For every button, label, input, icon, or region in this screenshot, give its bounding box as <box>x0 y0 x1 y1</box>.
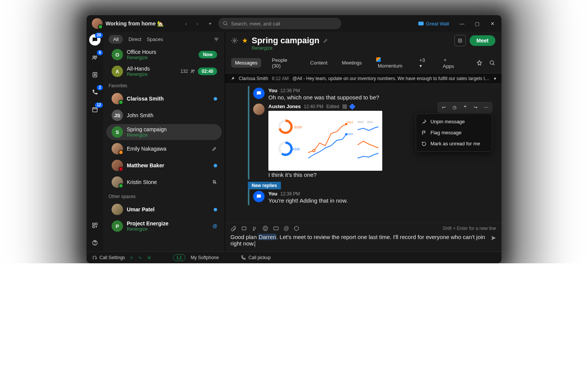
list-item-umar[interactable]: Umar Patel <box>106 201 222 217</box>
message-hover-actions: ↩ ◷ ❝ ↪ ⋯ <box>438 102 492 113</box>
profile-avatar[interactable] <box>92 18 102 29</box>
new-button[interactable]: ＋ <box>205 19 215 28</box>
menu-unpin[interactable]: Unpin message <box>416 116 492 127</box>
audio-icon-3[interactable]: ※ <box>147 255 151 260</box>
great-wall-link[interactable]: Great Wall <box>418 21 449 27</box>
message-context-menu: Unpin message Flag message Mark as unrea… <box>416 113 492 152</box>
screenshot-icon[interactable] <box>241 225 247 231</box>
window-close-button[interactable]: ✕ <box>486 18 498 29</box>
quote-icon[interactable]: ❝ <box>460 103 470 112</box>
great-wall-label: Great Wall <box>426 21 449 27</box>
filter-icon[interactable] <box>213 36 219 42</box>
bitmoji-icon[interactable] <box>293 225 300 231</box>
tab-messages[interactable]: Messages <box>231 58 261 68</box>
format-icon[interactable] <box>252 225 258 231</box>
window-maximize-button[interactable]: ▢ <box>471 18 483 29</box>
pinned-message-bar[interactable]: Clarissa Smith 8:12 AM @All - Hey team, … <box>225 73 501 84</box>
meet-button[interactable]: Meet <box>470 35 495 46</box>
tab-meetings[interactable]: Meetings <box>338 58 366 68</box>
svg-line-22 <box>213 180 216 184</box>
list-item-all-hands[interactable]: A All-HandsRenergize 132 02:40 <box>106 63 222 79</box>
favorite-star-icon[interactable]: ★ <box>242 36 248 45</box>
list-item-project-energize[interactable]: P Project EnergizeRenergize @ <box>106 218 222 234</box>
rail-help[interactable] <box>89 237 101 249</box>
svg-text:2013: 2013 <box>358 121 364 123</box>
svg-rect-42 <box>242 227 246 230</box>
attach-icon[interactable] <box>230 225 236 231</box>
rail-meetings[interactable]: 12 <box>89 104 101 115</box>
audio-icon-1[interactable]: ⎋ <box>130 255 133 260</box>
flag-icon <box>342 104 347 109</box>
pin-tab-icon[interactable] <box>476 60 482 66</box>
window-minimize-button[interactable]: — <box>456 18 468 29</box>
item-title: Kristin Stone <box>127 179 208 185</box>
send-button[interactable]: ➤ <box>490 234 496 242</box>
flag-icon <box>421 130 427 135</box>
rail-messaging[interactable]: 20 <box>89 34 101 46</box>
menu-mark-unread[interactable]: Mark as unread for me <box>416 138 492 149</box>
status-text[interactable]: Working from home 🏡 <box>106 20 164 27</box>
people-icon <box>190 69 195 74</box>
rail-contacts[interactable] <box>89 69 101 80</box>
rail-apps[interactable] <box>89 220 101 231</box>
popout-button[interactable] <box>454 35 466 46</box>
message-row[interactable]: You12:36 PM Oh no, which one was that su… <box>249 86 501 102</box>
pickup-icon <box>241 255 246 260</box>
list-item-emily[interactable]: Emily Nakagawa <box>106 141 222 157</box>
edit-title-icon[interactable] <box>323 38 328 43</box>
tab-momentum[interactable]: Momentum <box>372 55 408 71</box>
list-item-matthew[interactable]: Matthew Baker <box>106 157 222 173</box>
filter-spaces[interactable]: Spaces <box>147 36 163 42</box>
rail-calling[interactable]: 2 <box>89 87 101 98</box>
tab-people[interactable]: People (30) <box>268 55 300 71</box>
attached-chart-image[interactable]: 5120 4226 2014 <box>268 111 382 171</box>
tab-content[interactable]: Content <box>306 58 331 68</box>
chevron-down-icon[interactable]: ▾ <box>494 76 496 81</box>
teams-badge: 6 <box>97 50 103 55</box>
search-in-space-icon[interactable] <box>489 60 495 66</box>
nav-back-button[interactable]: ‹ <box>181 19 191 28</box>
list-item-john[interactable]: JS John Smith <box>106 107 222 123</box>
item-title: Emily Nakagawa <box>127 146 208 152</box>
more-icon[interactable]: ⋯ <box>481 103 491 112</box>
svg-point-2 <box>93 56 95 58</box>
message-row[interactable]: You12:38 PM You're right! Adding that in… <box>249 189 501 205</box>
audio-icon-2[interactable]: ∿ <box>138 255 142 260</box>
react-icon[interactable]: ↩ <box>439 103 449 112</box>
svg-rect-12 <box>93 226 95 228</box>
timer-badge: 02:40 <box>198 68 217 75</box>
search-input[interactable]: Search, meet, and call <box>218 18 341 29</box>
message-row[interactable]: Austen Jones 12:40 PM Edited 5120 <box>249 102 501 179</box>
svg-rect-6 <box>93 108 97 112</box>
emoji-icon[interactable] <box>262 225 268 231</box>
line-1-badge[interactable]: L1 <box>173 254 185 261</box>
filter-direct[interactable]: Direct <box>128 36 141 42</box>
menu-flag[interactable]: Flag message <box>416 127 492 138</box>
svg-point-0 <box>224 22 227 25</box>
list-item-kristin[interactable]: Kristin Stone <box>106 174 222 190</box>
mention-icon[interactable]: @ <box>284 225 289 231</box>
gif-icon[interactable] <box>273 225 279 231</box>
softphone-label[interactable]: My Softphone <box>191 255 219 260</box>
svg-rect-10 <box>93 223 95 225</box>
pinned-author: Clarissa Smith <box>239 76 268 81</box>
pinned-icon <box>349 103 355 110</box>
item-subtitle: Renergize <box>127 132 217 138</box>
forward-icon[interactable]: ↪ <box>471 103 481 112</box>
nav-forward-button[interactable]: › <box>192 19 202 28</box>
pinned-text: @All - Hey team, update on our inventory… <box>292 76 490 81</box>
compose-input[interactable]: Good plan Darren. Let's meet to review t… <box>230 234 496 247</box>
list-item-spring-campaign[interactable]: S Spring campaignRenergize <box>106 124 222 140</box>
call-pickup-button[interactable]: Call pickup <box>241 255 271 260</box>
tab-add-apps[interactable]: ＋ Apps <box>439 55 463 71</box>
tab-more[interactable]: +3 ▾ <box>416 55 432 71</box>
list-item-office-hours[interactable]: O Office HoursRenergize Now <box>106 47 222 63</box>
call-settings-button[interactable]: Call Settings <box>92 255 125 260</box>
reply-icon[interactable]: ◷ <box>449 103 459 112</box>
pin-icon <box>421 119 427 124</box>
rail-teams[interactable]: 6 <box>89 52 101 63</box>
filter-all[interactable]: All <box>109 35 123 44</box>
space-settings-icon[interactable] <box>231 37 238 44</box>
list-item-clarissa[interactable]: Clarissa Smith <box>106 91 222 107</box>
msg-time: 12:36 PM <box>281 88 300 93</box>
